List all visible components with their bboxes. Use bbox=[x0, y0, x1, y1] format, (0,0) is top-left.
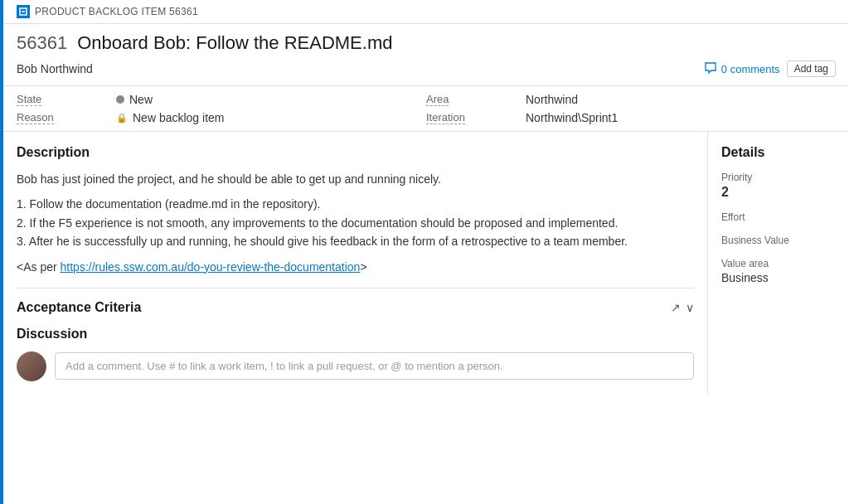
title-row: 56361 Onboard Bob: Follow the README.md bbox=[3, 24, 849, 61]
priority-label: Priority bbox=[721, 172, 836, 183]
reason-label: Reason bbox=[17, 111, 54, 124]
expand-icon[interactable]: ↗ bbox=[671, 301, 681, 314]
effort-item: Effort bbox=[721, 211, 836, 223]
main-content: Description Bob has just joined the proj… bbox=[3, 132, 849, 395]
backlog-item-text: PRODUCT BACKLOG ITEM 56361 bbox=[35, 6, 198, 17]
iteration-label: Iteration bbox=[426, 111, 465, 124]
value-area-value[interactable]: Business bbox=[721, 271, 836, 284]
avatar-image bbox=[17, 351, 46, 381]
priority-item: Priority 2 bbox=[721, 172, 836, 200]
desc-link-prefix: <As per bbox=[17, 260, 61, 274]
desc-paragraph-3: <As per https://rules.ssw.com.au/do-you-… bbox=[17, 258, 694, 276]
backlog-icon-svg bbox=[19, 7, 27, 16]
discussion-title: Discussion bbox=[17, 327, 694, 342]
blue-accent-bar bbox=[0, 0, 3, 504]
state-label: State bbox=[17, 93, 41, 106]
top-bar: PRODUCT BACKLOG ITEM 56361 bbox=[3, 0, 849, 24]
item-number: 56361 bbox=[17, 32, 67, 54]
value-area-label: Value area bbox=[721, 258, 836, 269]
chat-icon bbox=[704, 61, 717, 77]
desc-paragraph-2: 1. Follow the documentation (readme.md i… bbox=[17, 195, 694, 250]
state-value[interactable]: New bbox=[116, 93, 426, 106]
comments-button[interactable]: 0 comments bbox=[704, 61, 780, 77]
backlog-item-label: PRODUCT BACKLOG ITEM 56361 bbox=[17, 5, 198, 18]
desc-link-suffix: > bbox=[360, 260, 366, 274]
comment-input-row: Add a comment. Use # to link a work item… bbox=[17, 351, 694, 381]
comments-section[interactable]: 0 comments Add tag bbox=[704, 61, 836, 77]
meta-row: Bob Northwind 0 comments Add tag bbox=[3, 61, 849, 86]
chevron-down-icon[interactable]: ∨ bbox=[686, 301, 694, 314]
backlog-item-icon bbox=[17, 5, 30, 18]
desc-paragraph-1: Bob has just joined the project, and he … bbox=[17, 170, 694, 188]
reason-text: New backlog item bbox=[133, 111, 225, 124]
lock-icon: 🔒 bbox=[116, 113, 128, 124]
state-circle-icon bbox=[116, 95, 124, 104]
item-title: Onboard Bob: Follow the README.md bbox=[77, 32, 392, 54]
comment-input[interactable]: Add a comment. Use # to link a work item… bbox=[55, 352, 694, 380]
add-tag-button[interactable]: Add tag bbox=[787, 61, 836, 77]
area-value[interactable]: Northwind bbox=[526, 93, 836, 106]
author-name: Bob Northwind bbox=[17, 62, 93, 75]
acceptance-criteria-title: Acceptance Criteria bbox=[17, 300, 141, 315]
business-value-label: Business Value bbox=[721, 235, 836, 246]
expand-collapse-buttons[interactable]: ↗ ∨ bbox=[671, 301, 694, 314]
comments-count: 0 comments bbox=[721, 63, 780, 75]
state-text: New bbox=[129, 93, 153, 106]
chat-bubble-svg bbox=[704, 61, 717, 75]
area-label: Area bbox=[426, 93, 449, 106]
description-title: Description bbox=[17, 145, 694, 160]
right-panel: Details Priority 2 Effort Business Value… bbox=[708, 132, 849, 395]
acceptance-criteria-section: Acceptance Criteria ↗ ∨ bbox=[17, 288, 694, 323]
value-area-item: Value area Business bbox=[721, 258, 836, 284]
discussion-section: Discussion Add a comment. Use # to link … bbox=[17, 327, 694, 381]
business-value-item: Business Value bbox=[721, 235, 836, 246]
iteration-value[interactable]: Northwind\Sprint1 bbox=[526, 111, 836, 124]
priority-value[interactable]: 2 bbox=[721, 185, 836, 200]
desc-link[interactable]: https://rules.ssw.com.au/do-you-review-t… bbox=[61, 260, 361, 274]
user-avatar bbox=[17, 351, 46, 381]
reason-value[interactable]: 🔒 New backlog item bbox=[116, 111, 426, 124]
effort-label: Effort bbox=[721, 211, 836, 223]
description-body: Bob has just joined the project, and he … bbox=[17, 170, 694, 276]
fields-row: State New Area Northwind Reason 🔒 New ba… bbox=[3, 86, 849, 132]
details-title: Details bbox=[721, 145, 836, 160]
left-panel: Description Bob has just joined the proj… bbox=[3, 132, 708, 395]
